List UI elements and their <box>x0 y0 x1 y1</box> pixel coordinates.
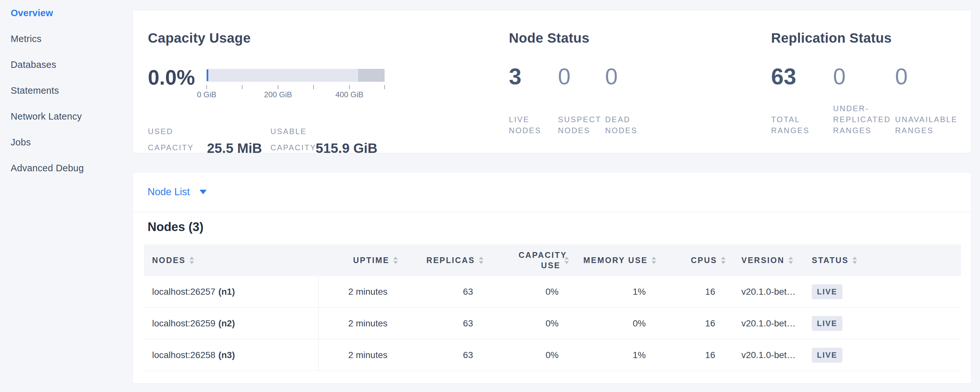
column-label: CPUS <box>691 255 717 265</box>
total-ranges-stat: 63 TOTAL RANGES <box>771 65 833 136</box>
replicas-cell: 63 <box>399 339 485 371</box>
status-cell: LIVE <box>806 339 961 371</box>
column-label: CAPACITY USE <box>519 250 560 271</box>
cpus-cell: 16 <box>657 308 727 339</box>
status-badge: LIVE <box>812 316 842 331</box>
replicas-cell: 63 <box>399 308 485 339</box>
column-label: MEMORY USE <box>584 255 648 265</box>
total-ranges-value: 63 <box>771 65 833 88</box>
sidebar-item-databases[interactable]: Databases <box>0 52 132 78</box>
node-address-cell: localhost:26259 (n2) <box>144 308 319 339</box>
cpus-cell: 16 <box>657 339 727 371</box>
uptime-cell: 2 minutes <box>319 339 399 371</box>
sort-icon <box>189 257 194 264</box>
node-address-cell: localhost:26258 (n3) <box>144 339 319 371</box>
cluster-summary-card: Capacity Usage 0.0% 0 GiB 200 GiB 400 Gi… <box>132 10 972 153</box>
status-badge: LIVE <box>812 348 842 363</box>
column-header-status[interactable]: STATUS <box>806 244 961 276</box>
column-label: VERSION <box>741 255 784 265</box>
node-address-cell: localhost:26257 (n1) <box>144 276 319 308</box>
node-id: (n1) <box>218 287 235 297</box>
column-header-replicas[interactable]: REPLICAS <box>399 244 485 276</box>
node-row-n2[interactable]: localhost:26259 (n2) 2 minutes 63 0% 0% … <box>144 308 961 339</box>
node-status-title: Node Status <box>509 30 589 46</box>
sort-icon <box>789 257 793 264</box>
uptime-cell: 2 minutes <box>319 276 399 308</box>
column-header-version[interactable]: VERSION <box>727 244 806 276</box>
view-selector-dropdown[interactable]: Node List <box>133 172 971 212</box>
cpus-cell: 16 <box>657 276 727 308</box>
capacity-usage-title: Capacity Usage <box>148 30 251 46</box>
node-address: localhost:26258 <box>152 350 215 360</box>
sidebar-item-network-latency[interactable]: Network Latency <box>0 104 132 129</box>
column-header-nodes[interactable]: NODES <box>144 244 319 276</box>
capacity-gauge-used-bar <box>207 70 208 81</box>
suspect-nodes-stat: 0 SUSPECT NODES <box>558 65 605 136</box>
sort-icon <box>721 257 725 264</box>
column-header-memory-use[interactable]: MEMORY USE <box>570 244 657 276</box>
nodes-table-header: NODES UPTIME REPLICAS CAPACITY USE MEMOR… <box>144 244 961 276</box>
node-status-stats: 3 LIVE NODES 0 SUSPECT NODES 0 DEAD NODE… <box>509 65 654 136</box>
node-row-n3[interactable]: localhost:26258 (n3) 2 minutes 63 0% 1% … <box>144 339 961 371</box>
gauge-tick-label: 200 GiB <box>264 90 292 99</box>
replication-status-section: Replication Status 63 TOTAL RANGES 0 UND… <box>771 10 965 153</box>
uptime-cell: 2 minutes <box>319 308 399 339</box>
memory-use-cell: 0% <box>570 308 657 339</box>
usable-capacity-value: 515.9 GiB <box>315 141 377 156</box>
column-header-cpus[interactable]: CPUS <box>657 244 727 276</box>
usable-capacity-label: USABLE CAPACITY <box>270 123 312 156</box>
gauge-tick-label: 400 GiB <box>336 90 364 99</box>
nodes-count-heading: Nodes (3) <box>148 220 971 234</box>
capacity-stats: USED CAPACITY 25.5 MiB USABLE CAPACITY 5… <box>148 123 377 156</box>
nodes-table: NODES UPTIME REPLICAS CAPACITY USE MEMOR… <box>144 244 961 371</box>
under-replicated-ranges-stat: 0 UNDER-REPLICATED RANGES <box>833 65 895 136</box>
sidebar-item-statements[interactable]: Statements <box>0 78 132 104</box>
column-label: UPTIME <box>353 255 390 265</box>
capacity-use-cell: 0% <box>485 339 570 371</box>
column-header-capacity-use[interactable]: CAPACITY USE <box>485 244 570 276</box>
suspect-nodes-label: SUSPECT NODES <box>558 114 601 136</box>
capacity-gauge-reserved-bar <box>358 69 385 82</box>
gauge-tick <box>206 85 207 89</box>
sidebar-item-overview[interactable]: Overview <box>0 0 132 26</box>
node-status-section: Node Status 3 LIVE NODES 0 SUSPECT NODES… <box>509 10 754 153</box>
status-cell: LIVE <box>806 276 961 308</box>
used-capacity-value: 25.5 MiB <box>207 141 262 156</box>
sort-icon <box>565 257 569 264</box>
suspect-nodes-value: 0 <box>558 65 605 88</box>
unavailable-ranges-value: 0 <box>895 65 963 88</box>
chevron-down-icon <box>200 190 207 194</box>
live-nodes-label: LIVE NODES <box>509 114 541 136</box>
sort-icon <box>479 257 484 264</box>
gauge-tick <box>349 85 350 89</box>
node-row-n1[interactable]: localhost:26257 (n1) 2 minutes 63 0% 1% … <box>144 276 961 308</box>
sort-icon <box>853 257 857 264</box>
gauge-tick-label: 0 GiB <box>197 90 216 99</box>
unavailable-ranges-stat: 0 UNAVAILABLE RANGES <box>895 65 963 136</box>
capacity-gauge <box>206 69 385 82</box>
sidebar-item-jobs[interactable]: Jobs <box>0 129 132 155</box>
node-id: (n2) <box>218 318 235 329</box>
sidebar-item-advanced-debug[interactable]: Advanced Debug <box>0 155 132 181</box>
replication-status-title: Replication Status <box>771 30 892 46</box>
capacity-used-percent: 0.0% <box>148 67 195 88</box>
replicas-cell: 63 <box>399 276 485 308</box>
column-label: REPLICAS <box>426 255 475 265</box>
sidebar: Overview Metrics Databases Statements Ne… <box>0 0 132 181</box>
dead-nodes-stat: 0 DEAD NODES <box>605 65 654 136</box>
used-capacity-label: USED CAPACITY <box>148 123 198 156</box>
node-list-card: Node List Nodes (3) NODES UPTIME REPLICA… <box>132 172 972 384</box>
under-replicated-ranges-label: UNDER-REPLICATED RANGES <box>833 103 891 136</box>
gauge-tick <box>313 85 314 89</box>
node-address: localhost:26257 <box>152 287 215 297</box>
live-nodes-stat: 3 LIVE NODES <box>509 65 558 136</box>
replication-status-stats: 63 TOTAL RANGES 0 UNDER-REPLICATED RANGE… <box>771 65 963 136</box>
column-label: NODES <box>152 255 186 265</box>
column-header-uptime[interactable]: UPTIME <box>319 244 399 276</box>
sort-icon <box>652 257 656 264</box>
memory-use-cell: 1% <box>570 276 657 308</box>
view-selector-label: Node List <box>148 186 190 198</box>
capacity-use-cell: 0% <box>485 308 570 339</box>
sidebar-item-metrics[interactable]: Metrics <box>0 26 132 52</box>
version-cell: v20.1.0-bet… <box>727 276 806 308</box>
